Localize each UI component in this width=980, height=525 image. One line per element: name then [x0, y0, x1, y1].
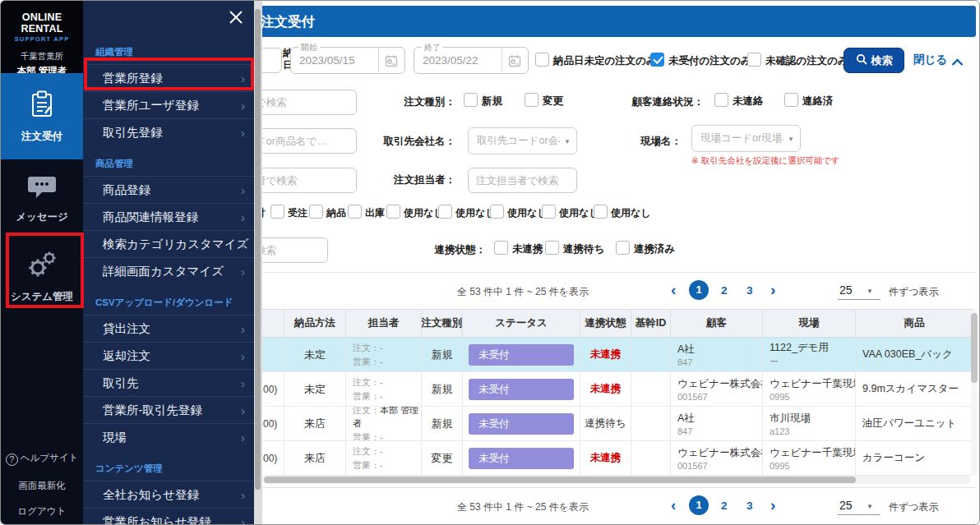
menu-item-office-user-register[interactable]: 営業所ユーザ登録 — [83, 91, 254, 118]
prev-page-arrow[interactable]: ‹ — [671, 497, 676, 513]
horizontal-scrollbar[interactable] — [262, 476, 971, 484]
menu-item-product-info-register[interactable]: 商品関連情報登録 — [83, 203, 254, 230]
chevron-up-icon[interactable] — [951, 55, 964, 70]
checkbox-unaccepted-only[interactable] — [650, 53, 664, 67]
sidebar-item-messages[interactable]: メッセージ — [1, 159, 83, 238]
close-panel-link[interactable]: 閉じる — [913, 53, 947, 67]
caret-down-icon[interactable]: ▼ — [867, 503, 873, 510]
col-product: 商品 — [856, 310, 973, 337]
site-name-select[interactable]: 現場コードor現場名で… — [691, 125, 801, 152]
page-size-suffix: 件ずつ表示 — [889, 500, 939, 514]
menu-item-rental-order[interactable]: 貸出注文 — [83, 315, 254, 342]
checkbox-label-status[interactable]: 使用なし — [611, 206, 651, 220]
table-vertical-scrollbar[interactable] — [971, 310, 978, 476]
checkbox-status-unused-5[interactable] — [594, 205, 608, 219]
page-3[interactable]: 3 — [747, 500, 753, 512]
checkbox-label-status[interactable]: 納品 — [326, 206, 346, 220]
checkbox-label-link-done[interactable]: 連携済み — [634, 242, 675, 256]
refresh-screen-link[interactable]: 画面最新化 — [1, 480, 83, 492]
menu-item-search-category-customize[interactable]: 検索カテゴリカスタマイズ — [83, 230, 254, 257]
menu-item-office-client-register[interactable]: 営業所-取引先登録 — [83, 396, 254, 423]
page-size-select[interactable]: 25 — [839, 283, 853, 297]
checkbox-label-status[interactable]: 受注 — [288, 206, 307, 220]
checkbox-contacted[interactable] — [784, 93, 798, 107]
logout-link[interactable]: ログアウト — [1, 505, 83, 518]
page-2[interactable]: 2 — [721, 284, 728, 297]
checkbox-label-not-contacted[interactable]: 未連絡 — [733, 94, 764, 108]
contact-status-label: 顧客連絡状況： — [601, 95, 704, 109]
menu-item-client-register[interactable]: 取引先登録 — [83, 118, 254, 145]
cell-site: ウェビナー千葉現場 0995 — [763, 372, 856, 407]
calendar-icon[interactable] — [378, 48, 404, 73]
horizontal-scrollbar-thumb[interactable] — [264, 477, 856, 483]
menu-scrollbar[interactable] — [254, 1, 262, 525]
client-company-select[interactable]: 取引先コードor会社で… — [468, 127, 577, 154]
col-status: ステータス — [463, 310, 580, 337]
calendar-icon[interactable] — [502, 48, 527, 73]
caret-down-icon[interactable]: ▼ — [867, 288, 873, 295]
checkbox-status-unused-1[interactable] — [386, 205, 400, 219]
prev-page-arrow[interactable]: ‹ — [671, 282, 676, 297]
hidden-filter-input-4[interactable] — [247, 168, 357, 193]
table-row[interactable]: 00) 来店 注文：- 営業：- 変更 未受付 未連携 ウェビナー株式会社 00… — [262, 441, 973, 476]
checkbox-status-unused-2[interactable] — [438, 205, 452, 219]
status-badge: 未受付 — [469, 413, 574, 435]
table-vertical-scrollbar-thumb[interactable] — [971, 313, 978, 383]
checkbox-label-unaccepted-only[interactable]: 未受付の注文のみ — [668, 54, 751, 68]
menu-scrollbar-thumb[interactable] — [255, 9, 261, 490]
checkbox-link-done[interactable] — [616, 241, 630, 255]
table-row[interactable]: 00) 来店 注文：本部 管理者 営業：- 新規 未受付 連携待ち A社 847… — [262, 407, 973, 441]
checkbox-link-none[interactable] — [494, 241, 508, 255]
sidebar-item-label: メッセージ — [16, 210, 68, 224]
checkbox-label-link-none[interactable]: 未連携 — [512, 242, 543, 256]
checkbox-status-unused-4[interactable] — [542, 205, 556, 219]
checkbox-unconfirmed-only[interactable] — [747, 53, 761, 67]
menu-item-product-register[interactable]: 商品登録 — [83, 176, 254, 203]
table-row[interactable]: 未定 注文：- 営業：- 新規 未受付 未連携 A社 847 1122_デモ用 … — [262, 338, 973, 372]
sidebar-item-orders[interactable]: 注文受付 — [1, 73, 83, 159]
cell-status: 未受付 — [463, 338, 580, 372]
checkbox-status-juchu[interactable] — [270, 205, 284, 219]
next-page-arrow[interactable]: › — [770, 282, 775, 297]
menu-item-office-register[interactable]: 営業所登録 — [83, 64, 254, 91]
checkbox-order-new[interactable] — [464, 93, 478, 107]
checkbox-label-status[interactable]: 出庫 — [365, 206, 385, 220]
status-badge: 未受付 — [469, 344, 574, 366]
page-2[interactable]: 2 — [721, 500, 728, 512]
hidden-filter-input-2[interactable] — [247, 90, 357, 115]
checkbox-no-delivery-date[interactable] — [535, 53, 549, 67]
page-3[interactable]: 3 — [747, 284, 753, 297]
menu-item-detail-screen-customize[interactable]: 詳細画面カスタマイズ — [83, 257, 254, 284]
page-1-current[interactable]: 1 — [689, 280, 709, 300]
close-icon[interactable] — [228, 9, 244, 25]
checkbox-label-no-delivery-date[interactable]: 納品日未定の注文のみ — [553, 54, 657, 68]
checkbox-label-link-waiting[interactable]: 連携待ち — [563, 242, 604, 256]
staff-order-value: - — [380, 343, 383, 352]
checkbox-order-change[interactable] — [525, 93, 539, 107]
menu-item-company-notice-register[interactable]: 全社お知らせ登録 — [83, 481, 254, 508]
menu-item-office-notice-register[interactable]: 営業所お知らせ登録 — [83, 508, 254, 525]
menu-item-return-order[interactable]: 返却注文 — [83, 342, 254, 369]
cell-customer: ウェビナー株式会社 001567 — [671, 372, 763, 407]
order-staff-input[interactable] — [468, 168, 577, 193]
hidden-filter-input-3[interactable] — [247, 128, 357, 154]
search-button[interactable]: 検索 — [844, 48, 904, 73]
checkbox-status-shukko[interactable] — [348, 205, 362, 219]
page-1-current[interactable]: 1 — [689, 495, 709, 515]
menu-item-client[interactable]: 取引先 — [83, 369, 254, 396]
next-page-arrow[interactable]: › — [770, 497, 775, 513]
checkbox-label-order-new[interactable]: 新規 — [482, 94, 502, 108]
checkbox-status-unused-3[interactable] — [490, 205, 504, 219]
sidebar-item-system-admin[interactable]: システム管理 — [1, 238, 83, 315]
checkbox-status-nohin[interactable] — [309, 205, 323, 219]
checkbox-not-contacted[interactable] — [714, 93, 728, 107]
help-site-link[interactable]: ?ヘルプサイト — [1, 452, 83, 466]
checkbox-label-unconfirmed-only[interactable]: 未確認の注文のみ — [765, 54, 848, 68]
table-row[interactable]: 00) 未定 注文：- 営業：- 新規 未受付 未連携 ウェビナー株式会社 00… — [262, 372, 973, 407]
page-size-select[interactable]: 25 — [839, 499, 853, 512]
menu-item-site[interactable]: 現場 — [83, 423, 254, 450]
checkbox-link-waiting[interactable] — [545, 241, 559, 255]
cell-product: 9.9mスカイマスター — [856, 372, 973, 407]
checkbox-label-order-change[interactable]: 変更 — [543, 94, 563, 108]
checkbox-label-contacted[interactable]: 連絡済 — [802, 94, 834, 108]
